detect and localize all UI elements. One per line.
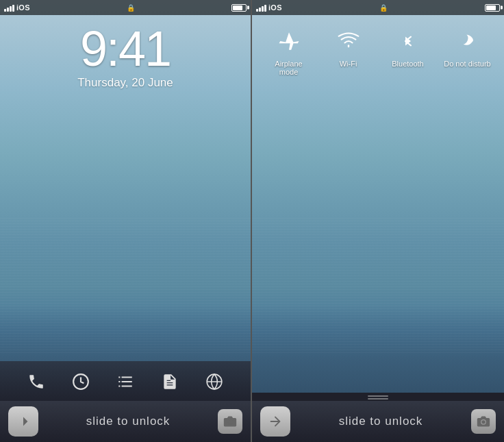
slide-text-2: slide to unlock <box>290 415 471 428</box>
slide-arrow-button-2[interactable] <box>260 406 290 437</box>
water-overlay <box>0 216 251 353</box>
battery-1 <box>231 4 247 12</box>
camera-button-1[interactable] <box>218 409 242 434</box>
clock-dock-icon[interactable] <box>67 368 94 395</box>
phone-dock-icon[interactable] <box>23 368 50 395</box>
notes-dock-icon[interactable] <box>156 368 184 395</box>
bottom-area-2: slide to unlock <box>252 393 504 442</box>
lock-screen: iOS 🔒 9:41 Thursday, 20 June <box>0 0 252 442</box>
control-center-screen: iOS 🔒 Airplane mode <box>252 0 504 442</box>
bluetooth-icon[interactable] <box>393 26 423 56</box>
carrier-2: iOS <box>268 3 282 12</box>
clock-time: 9:41 <box>0 24 251 73</box>
do-not-disturb-label: Do not disturb <box>444 60 490 68</box>
camera-button-2[interactable] <box>471 409 496 434</box>
water-overlay-2 <box>252 216 504 353</box>
bluetooth-label: Bluetooth <box>392 60 423 68</box>
lock-icon-1: 🔒 <box>127 4 135 12</box>
signal-strength-2 <box>256 3 266 12</box>
do-not-disturb-icon[interactable] <box>453 26 483 56</box>
wifi-item[interactable]: Wi-Fi <box>325 26 373 68</box>
airplane-mode-item[interactable]: Airplane mode <box>265 26 313 76</box>
wifi-label: Wi-Fi <box>340 60 357 68</box>
bluetooth-item[interactable]: Bluetooth <box>384 26 432 68</box>
lock-screen-clock: 9:41 Thursday, 20 June <box>0 24 251 90</box>
drag-handle[interactable] <box>252 393 504 401</box>
wifi-icon[interactable] <box>333 26 364 56</box>
slide-bar-2[interactable]: slide to unlock <box>252 401 504 442</box>
status-bar-1: iOS 🔒 <box>0 0 251 15</box>
airplane-mode-label: Airplane mode <box>265 60 313 76</box>
signal-strength-1 <box>4 3 14 12</box>
slide-text-1: slide to unlock <box>38 415 218 428</box>
lock-icon-2: 🔒 <box>379 4 388 12</box>
slide-bar-1[interactable]: slide to unlock <box>0 401 251 442</box>
do-not-disturb-item[interactable]: Do not disturb <box>444 26 492 68</box>
airplane-mode-icon[interactable] <box>274 26 304 56</box>
status-bar-2: iOS 🔒 <box>252 0 504 15</box>
battery-2 <box>485 4 500 12</box>
slide-arrow-button-1[interactable] <box>8 406 38 437</box>
carrier-1: iOS <box>16 3 30 12</box>
reminders-dock-icon[interactable] <box>112 368 139 395</box>
control-center-panel: Airplane mode Wi-Fi <box>252 21 504 82</box>
clock-date: Thursday, 20 June <box>0 76 251 90</box>
dock-1 <box>0 361 251 401</box>
safari-dock-icon[interactable] <box>201 368 228 395</box>
bottom-area-1: slide to unlock <box>0 361 251 442</box>
